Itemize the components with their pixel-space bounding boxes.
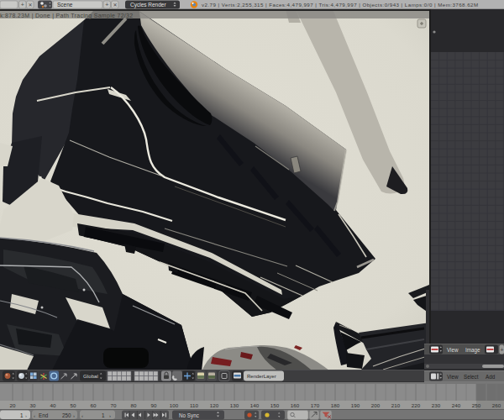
svg-text:Add: Add — [486, 374, 496, 380]
svg-text:120: 120 — [210, 402, 219, 408]
svg-text:80: 80 — [131, 402, 137, 408]
svg-text:1: 1 — [102, 412, 105, 418]
svg-text:End: End — [39, 412, 49, 418]
svg-text:110: 110 — [190, 402, 198, 408]
svg-text:150: 150 — [270, 402, 280, 408]
svg-text:250: 250 — [62, 412, 71, 418]
svg-text:View: View — [447, 374, 459, 380]
svg-text:50: 50 — [71, 402, 76, 408]
svg-text:130: 130 — [230, 402, 239, 408]
svg-text:40: 40 — [50, 402, 56, 408]
svg-text:View: View — [447, 347, 459, 353]
svg-text:160: 160 — [291, 402, 300, 408]
svg-text:90: 90 — [151, 402, 157, 408]
svg-text:70: 70 — [111, 402, 117, 408]
svg-text:k:878.23M | Done | Path Tracin: k:878.23M | Done | Path Tracing Sample 7… — [0, 13, 133, 19]
svg-text:Image: Image — [465, 347, 480, 354]
svg-text:+: + — [21, 2, 24, 8]
svg-text:Cycles Render: Cycles Render — [130, 2, 166, 8]
svg-text:260: 260 — [492, 402, 501, 408]
svg-text:✕: ✕ — [113, 3, 118, 8]
svg-text:‹: ‹ — [34, 413, 35, 418]
svg-text:Select: Select — [464, 374, 479, 380]
svg-text:Scene: Scene — [57, 2, 73, 8]
svg-text:230: 230 — [432, 402, 441, 408]
svg-text:250: 250 — [472, 402, 481, 408]
svg-text:210: 210 — [391, 402, 401, 408]
svg-text:✕: ✕ — [29, 3, 33, 8]
svg-text:›: › — [109, 413, 111, 418]
svg-text:1: 1 — [20, 412, 24, 418]
svg-text:RenderLayer: RenderLayer — [247, 374, 276, 379]
svg-text:180: 180 — [331, 402, 340, 408]
svg-text:v2.79 | Verts:2,255,315 | Face: v2.79 | Verts:2,255,315 | Faces:4,479,99… — [202, 2, 479, 8]
svg-text:200: 200 — [371, 402, 381, 408]
svg-text:220: 220 — [412, 402, 421, 408]
svg-text:140: 140 — [250, 402, 260, 408]
svg-text:20: 20 — [10, 402, 16, 408]
svg-text:Global: Global — [83, 373, 98, 379]
svg-text:170: 170 — [311, 402, 320, 408]
svg-text:›: › — [25, 413, 27, 418]
svg-text:+: + — [501, 347, 504, 353]
svg-text:240: 240 — [452, 402, 461, 408]
svg-text:100: 100 — [170, 402, 179, 408]
svg-text:60: 60 — [91, 402, 97, 408]
svg-text:190: 190 — [351, 402, 360, 408]
svg-text:30: 30 — [30, 402, 36, 408]
svg-text:No Sync: No Sync — [179, 412, 199, 419]
svg-text:›: › — [73, 413, 75, 418]
svg-text:+: + — [105, 2, 108, 8]
svg-text:‹: ‹ — [81, 413, 83, 418]
